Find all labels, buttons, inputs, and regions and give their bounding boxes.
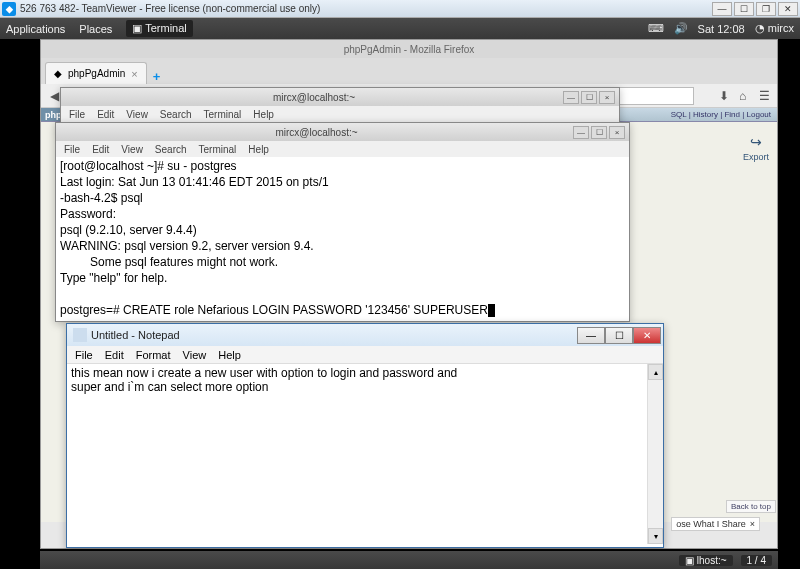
close-button[interactable]: ✕ (778, 2, 798, 16)
notepad-menubar: File Edit Format View Help (67, 346, 663, 364)
notepad-titlebar[interactable]: Untitled - Notepad — ☐ ✕ (67, 324, 663, 346)
applications-menu[interactable]: Applications (6, 23, 65, 35)
user-menu[interactable]: ◔ mircx (755, 22, 794, 35)
teamviewer-window-controls: — ☐ ❐ ✕ (712, 2, 798, 16)
maximize-button[interactable]: ☐ (734, 2, 754, 16)
scroll-up-button[interactable]: ▴ (648, 364, 663, 380)
menu-terminal[interactable]: Terminal (199, 144, 237, 155)
workspace-pager[interactable]: 1 / 4 (741, 555, 772, 566)
places-menu[interactable]: Places (79, 23, 112, 35)
history-link[interactable]: History (693, 110, 718, 119)
minimize-button[interactable]: — (712, 2, 732, 16)
tab-label: phpPgAdmin (68, 68, 125, 79)
maximize-button[interactable]: ☐ (581, 91, 597, 104)
minimize-button[interactable]: — (563, 91, 579, 104)
share-notification: ose What I Share× (671, 517, 760, 531)
tab-close-icon[interactable]: × (131, 68, 137, 80)
phppgadmin-toplinks: SQL | History | Find | Logout (665, 108, 777, 121)
menu-edit[interactable]: Edit (92, 144, 109, 155)
minimize-button[interactable]: — (577, 327, 605, 344)
menu-file[interactable]: File (64, 144, 80, 155)
minimize-button[interactable]: — (573, 126, 589, 139)
terminal-menubar: File Edit View Search Terminal Help (56, 141, 629, 157)
teamviewer-icon: ◆ (2, 2, 16, 16)
remote-desktop: phpPgAdmin - Mozilla Firefox ◆ phpPgAdmi… (40, 39, 778, 547)
find-link[interactable]: Find (724, 110, 740, 119)
teamviewer-session-id: 526 763 482 (20, 3, 76, 14)
scroll-down-button[interactable]: ▾ (648, 528, 663, 544)
active-app-indicator[interactable]: ▣ Terminal (126, 20, 192, 37)
close-icon[interactable]: × (750, 519, 755, 529)
menu-view[interactable]: View (126, 109, 148, 120)
restore-button[interactable]: ❐ (756, 2, 776, 16)
terminal-cursor (488, 304, 495, 317)
terminal-window-main[interactable]: mircx@localhost:~ — ☐ × File Edit View S… (55, 122, 630, 322)
menu-view[interactable]: View (121, 144, 143, 155)
menu-help[interactable]: Help (218, 349, 241, 361)
clock[interactable]: Sat 12:08 (698, 23, 745, 35)
tab-favicon: ◆ (54, 68, 62, 79)
firefox-tab[interactable]: ◆ phpPgAdmin × (45, 62, 147, 84)
back-to-top-link[interactable]: Back to top (726, 500, 776, 513)
firefox-tab-bar: ◆ phpPgAdmin × + (41, 58, 777, 84)
keyboard-indicator[interactable]: ⌨ (648, 22, 664, 35)
menu-search[interactable]: Search (155, 144, 187, 155)
bookmarks-icon[interactable]: ☰ (759, 89, 773, 103)
close-button[interactable]: × (599, 91, 615, 104)
menu-view[interactable]: View (183, 349, 207, 361)
menu-terminal[interactable]: Terminal (204, 109, 242, 120)
scrollbar[interactable]: ▴ ▾ (647, 364, 663, 544)
menu-file[interactable]: File (75, 349, 93, 361)
menu-help[interactable]: Help (248, 144, 269, 155)
export-button[interactable]: ↪ Export (743, 134, 769, 514)
export-icon: ↪ (750, 134, 762, 150)
gnome-top-panel: Applications Places ▣ Terminal ⌨ 🔊 Sat 1… (0, 18, 800, 39)
sql-link[interactable]: SQL (671, 110, 687, 119)
close-button[interactable]: × (609, 126, 625, 139)
terminal-titlebar[interactable]: mircx@localhost:~ — ☐ × (56, 123, 629, 141)
volume-icon[interactable]: 🔊 (674, 22, 688, 35)
menu-help[interactable]: Help (253, 109, 274, 120)
menu-edit[interactable]: Edit (97, 109, 114, 120)
notepad-window[interactable]: Untitled - Notepad — ☐ ✕ File Edit Forma… (66, 323, 664, 548)
notepad-textarea[interactable]: this mean now i create a new user with o… (67, 364, 663, 544)
downloads-icon[interactable]: ⬇ (719, 89, 733, 103)
menu-file[interactable]: File (69, 109, 85, 120)
logout-link[interactable]: Logout (747, 110, 771, 119)
maximize-button[interactable]: ☐ (605, 327, 633, 344)
maximize-button[interactable]: ☐ (591, 126, 607, 139)
terminal-titlebar[interactable]: mircx@localhost:~ — ☐ × (61, 88, 619, 106)
terminal-menubar: File Edit View Search Terminal Help (61, 106, 619, 122)
firefox-titlebar: phpPgAdmin - Mozilla Firefox (41, 40, 777, 58)
close-button[interactable]: ✕ (633, 327, 661, 344)
menu-edit[interactable]: Edit (105, 349, 124, 361)
notepad-icon (73, 328, 87, 342)
teamviewer-title: - TeamViewer - Free license (non-commerc… (76, 3, 321, 14)
new-tab-button[interactable]: + (147, 69, 167, 84)
menu-search[interactable]: Search (160, 109, 192, 120)
home-icon[interactable]: ⌂ (739, 89, 753, 103)
menu-format[interactable]: Format (136, 349, 171, 361)
taskbar-item[interactable]: ▣ lhost:~ (679, 555, 733, 566)
terminal-output[interactable]: [root@localhost ~]# su - postgres Last l… (56, 157, 629, 321)
teamviewer-titlebar: ◆ 526 763 482 - TeamViewer - Free licens… (0, 0, 800, 18)
gnome-bottom-panel: ▣ lhost:~ 1 / 4 (40, 551, 778, 569)
